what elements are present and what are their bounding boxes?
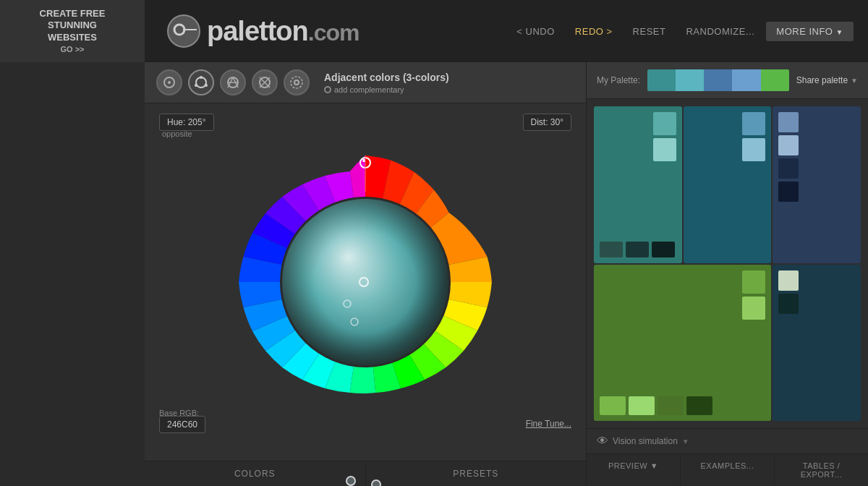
vision-bar: 👁 Vision simulation ▼ — [587, 428, 868, 453]
rgb-value[interactable]: 246C60 — [159, 416, 205, 433]
swatches-area — [587, 99, 868, 428]
nav-buttons: < UNDO REDO > RESET RANDOMIZE... MORE IN… — [508, 22, 868, 41]
wheel-area: Hue: 205° opposite Dist: 30° — [145, 103, 586, 461]
swatch-group-darkblue[interactable] — [773, 265, 861, 422]
tetrad-icon-btn[interactable] — [252, 69, 278, 95]
bottom-tabs: COLORS PRESETS — [145, 461, 586, 486]
mini-swatches-green-right — [742, 270, 765, 320]
svg-point-4 — [168, 81, 171, 84]
palette-swatch-4 — [732, 69, 760, 91]
eye-icon: 👁 — [597, 435, 608, 448]
swatch-group-green[interactable] — [594, 265, 771, 422]
mini-swatch-green-3[interactable] — [658, 396, 684, 415]
toolbar: Adjacent colors (3-colors) add complemen… — [145, 62, 586, 103]
swatch-group-teal[interactable] — [594, 106, 682, 263]
color-wheel[interactable] — [235, 152, 495, 412]
palette-swatch-2 — [676, 69, 704, 91]
hue-label[interactable]: Hue: 205° — [159, 114, 214, 131]
ad-text: CREATE FREE STUNNING WEBSITES GO >> — [40, 8, 106, 55]
tab-examples[interactable]: EXAMPLES... — [681, 454, 775, 486]
swatch-group-blueteal[interactable] — [684, 106, 772, 263]
right-bottom-tabs: PREVIEW ▼ EXAMPLES... TABLES / EXPORT... — [587, 453, 868, 486]
mini-swatch-blue-2[interactable] — [778, 135, 799, 155]
opposite-label: opposite — [162, 129, 192, 138]
tab-preview[interactable]: PREVIEW ▼ — [587, 454, 681, 486]
mode-title: Adjacent colors (3-colors) — [324, 72, 449, 83]
mono-icon-btn[interactable] — [156, 69, 182, 95]
swatches-grid — [587, 99, 868, 428]
palette-label: My Palette: — [597, 75, 640, 85]
center-panel: Adjacent colors (3-colors) add complemen… — [145, 62, 586, 486]
tab-presets[interactable]: PRESETS — [366, 461, 587, 486]
randomize-button[interactable]: RANDOMIZE... — [677, 22, 763, 41]
fine-tune-button[interactable]: Fine Tune... — [526, 419, 571, 429]
mini-swatch-green-2[interactable] — [629, 396, 655, 415]
settings-icon-btn[interactable] — [284, 69, 310, 95]
palette-swatch-5 — [761, 69, 789, 91]
mini-swatch-green-4[interactable] — [686, 396, 712, 415]
mini-swatch-blue-4[interactable] — [778, 182, 799, 202]
radio-dot — [324, 86, 331, 93]
mini-swatches-blue — [778, 112, 799, 202]
main-content: Adjacent colors (3-colors) add complemen… — [0, 62, 868, 486]
svg-point-17 — [291, 77, 302, 88]
left-sidebar — [0, 62, 145, 486]
mini-swatches-blueteal — [742, 112, 765, 161]
mini-swatch-teal-d1[interactable] — [600, 242, 623, 257]
svg-point-5 — [196, 77, 206, 88]
palette-bar: My Palette: Share palette ▼ — [587, 62, 868, 99]
palette-swatch-1 — [647, 69, 676, 91]
mini-swatch-teal-d3[interactable] — [652, 242, 675, 257]
color-wheel-svg — [235, 152, 495, 412]
redo-button[interactable]: REDO > — [566, 22, 621, 41]
svg-point-7 — [205, 84, 208, 87]
logo-icon — [166, 14, 201, 48]
svg-point-16 — [294, 80, 299, 85]
swatch-group-blue[interactable] — [773, 106, 861, 263]
palette-preview — [647, 69, 789, 91]
dist-label[interactable]: Dist: 30° — [523, 114, 571, 131]
undo-button[interactable]: < UNDO — [508, 22, 563, 41]
top-bar: CREATE FREE STUNNING WEBSITES GO >> pale… — [0, 0, 868, 62]
adjacent-icon-btn[interactable] — [188, 69, 214, 95]
mini-swatch-teal-1[interactable] — [653, 112, 676, 135]
svg-point-6 — [200, 76, 203, 79]
mode-subtitle: add complementary — [324, 85, 449, 94]
vision-arrow-icon: ▼ — [682, 438, 689, 446]
mini-swatches-teal — [653, 112, 676, 161]
logo-text: paletton.com — [207, 16, 359, 47]
tab-tables-export[interactable]: TABLES / EXPORT... — [775, 454, 868, 486]
triad-icon-btn[interactable] — [220, 69, 246, 95]
reset-button[interactable]: RESET — [624, 22, 675, 41]
wheel-dot-2[interactable] — [346, 476, 356, 486]
more-info-button[interactable]: MORE INFO ▼ — [766, 22, 854, 41]
share-arrow-icon: ▼ — [851, 77, 858, 85]
vision-simulation-button[interactable]: Vision simulation — [613, 436, 678, 446]
mini-swatch-darkblue-2[interactable] — [778, 294, 799, 314]
mini-swatches-darkblue — [778, 270, 799, 314]
ad-banner[interactable]: CREATE FREE STUNNING WEBSITES GO >> — [0, 0, 145, 62]
mini-swatch-teal-2[interactable] — [653, 138, 676, 161]
mini-swatch-teal-d2[interactable] — [626, 242, 649, 257]
mini-swatch-darkblue-1[interactable] — [778, 270, 799, 291]
mini-swatch-blue-1[interactable] — [778, 112, 799, 132]
tab-colors[interactable]: COLORS — [145, 461, 366, 486]
right-panel: My Palette: Share palette ▼ — [586, 62, 868, 486]
wheel-dot-3[interactable] — [371, 479, 381, 486]
mini-swatch-blueteal-2[interactable] — [742, 138, 765, 161]
mini-swatches-green-dark — [600, 396, 712, 415]
logo-area: paletton.com — [145, 14, 508, 48]
svg-point-20 — [282, 199, 448, 365]
share-palette-button[interactable]: Share palette ▼ — [796, 75, 858, 85]
mode-icons — [156, 69, 310, 95]
mode-label: Adjacent colors (3-colors) add complemen… — [324, 72, 449, 94]
mini-swatch-green-1[interactable] — [600, 396, 626, 415]
mini-swatches-teal-dark — [600, 242, 675, 257]
mini-swatch-green-r1[interactable] — [742, 270, 765, 294]
mini-swatch-blueteal-1[interactable] — [742, 112, 765, 135]
mini-swatch-green-r2[interactable] — [742, 297, 765, 320]
mini-swatch-blue-3[interactable] — [778, 158, 799, 179]
palette-swatch-3 — [704, 69, 732, 91]
svg-point-8 — [195, 84, 197, 87]
